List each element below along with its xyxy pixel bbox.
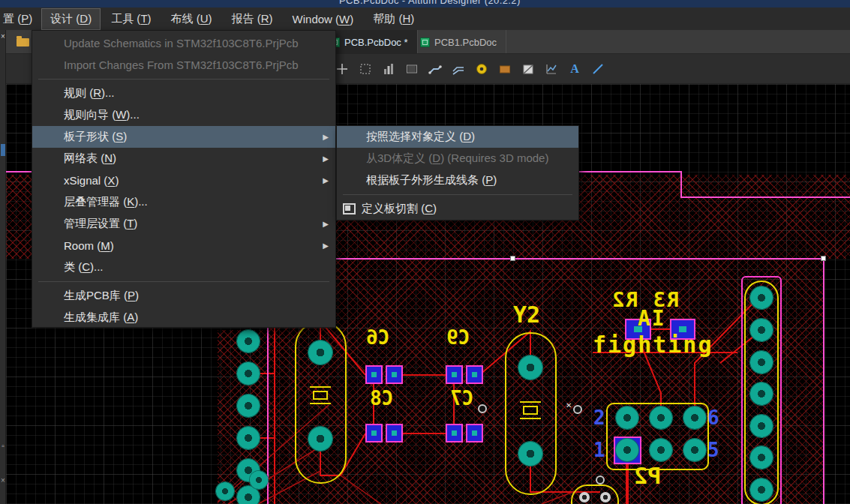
menu-item-rule-wizard[interactable]: 规则向导 (W)... (32, 104, 335, 126)
pad[interactable] (750, 319, 773, 341)
smd-pad[interactable] (446, 424, 463, 442)
pad[interactable] (650, 406, 672, 429)
pad[interactable] (237, 330, 260, 352)
panel-close2-icon[interactable]: × (0, 477, 6, 484)
silkscreen-designator[interactable]: C6 (366, 326, 389, 349)
pad[interactable] (216, 482, 234, 500)
pad[interactable] (750, 351, 773, 374)
silkscreen-designator[interactable]: C8 (370, 387, 393, 410)
pad[interactable] (750, 286, 773, 309)
pad[interactable] (308, 427, 332, 451)
pad[interactable] (616, 406, 638, 429)
smd-pad[interactable] (466, 365, 483, 384)
smd-pad[interactable] (466, 424, 483, 442)
pad[interactable] (518, 442, 542, 466)
menu-window[interactable]: Window (W) (284, 9, 363, 29)
design-menu-dropdown: Update Schematics in STM32f103C8T6.PrjPc… (32, 30, 336, 328)
pad[interactable] (237, 362, 260, 385)
place-line-icon[interactable] (589, 60, 607, 78)
pin-number: 1 (593, 439, 605, 461)
window-title: PCB.PcbDoc - Altium Designer (20.2.2) (339, 0, 521, 6)
place-string-icon[interactable]: A (566, 60, 584, 78)
board-shape-submenu: 按照选择对象定义 (D) 从3D体定义 (D) (Requires 3D mod… (336, 125, 579, 220)
via[interactable] (596, 476, 605, 484)
menu-item-make-pcb-library[interactable]: 生成PCB库 (P) (32, 285, 335, 307)
menu-item-rules[interactable]: 规则 (R)... (32, 82, 335, 104)
silkscreen-text[interactable]: fighting (593, 332, 713, 358)
edit-handle[interactable] (821, 256, 826, 261)
tab-label: PCB.PcbDoc * (344, 37, 408, 48)
tab-pcb1-pcbdoc[interactable]: PCB1.PcbDoc (411, 30, 506, 54)
pad[interactable] (750, 446, 773, 469)
menu-item-xsignal[interactable]: xSignal (X)▶ (32, 170, 335, 191)
pad[interactable] (683, 439, 706, 461)
pad[interactable] (600, 492, 611, 502)
panel-tab-icon[interactable] (1, 144, 5, 156)
menu-reports[interactable]: 报告 (R) (223, 8, 282, 30)
pin-number: 5 (707, 439, 719, 461)
via[interactable] (573, 405, 582, 414)
menu-item-make-integrated-library[interactable]: 生成集成库 (A) (32, 307, 335, 328)
pad[interactable] (237, 394, 260, 417)
tab-label: PCB1.PcbDoc (434, 37, 497, 48)
silkscreen-designator[interactable]: C9 (446, 326, 470, 349)
pad[interactable] (518, 356, 542, 380)
pour-boundary-line[interactable] (681, 196, 850, 198)
left-panel-strip: × ▫ × (0, 30, 6, 504)
menu-design[interactable]: 设计 (D) (41, 8, 101, 30)
differential-pair-routing-icon[interactable] (449, 60, 467, 78)
board-outline-top[interactable] (267, 258, 823, 260)
polygon-pour-cutout-icon[interactable] (519, 60, 537, 78)
submenu-item-create-primitives-from-board[interactable]: 根据板子外形生成线条 (P) (337, 170, 578, 191)
place-fill-icon[interactable] (496, 60, 514, 78)
menu-place[interactable]: 置 (P) (1, 8, 40, 30)
smd-pad[interactable] (386, 365, 403, 384)
place-via-icon[interactable] (473, 60, 491, 78)
silkscreen-designator[interactable]: C7 (450, 387, 473, 410)
menu-item-layer-stack-manager[interactable]: 层叠管理器 (K)... (32, 191, 335, 213)
component-outline[interactable] (571, 484, 619, 504)
menu-route[interactable]: 布线 (U) (162, 8, 221, 30)
silkscreen-designator[interactable]: Y2 (513, 302, 540, 328)
pad[interactable] (683, 406, 706, 429)
place-graph-icon[interactable] (542, 60, 560, 78)
board-outline-right[interactable] (823, 258, 824, 504)
submenu-item-define-board-cutout[interactable]: 定义板切割 (C) (337, 198, 578, 220)
smd-pad[interactable] (386, 424, 403, 442)
interactive-routing-icon[interactable] (426, 60, 444, 78)
menu-item-room[interactable]: Room (M)▶ (32, 235, 335, 256)
pad[interactable] (650, 439, 672, 461)
edit-handle[interactable] (510, 256, 515, 261)
menu-item-import-changes: Import Changes From STM32f103C8T6.PrjPcb (32, 54, 335, 76)
pad[interactable] (237, 427, 260, 449)
menu-bar: 置 (P) 设计 (D) 工具 (T) 布线 (U) 报告 (R) Window… (0, 8, 850, 30)
menu-tools[interactable]: 工具 (T) (102, 8, 160, 30)
place-plane-icon[interactable] (403, 60, 421, 78)
smd-pad[interactable] (365, 365, 383, 384)
pour-boundary-line[interactable] (680, 171, 682, 198)
via[interactable] (478, 404, 487, 413)
pin-number: 6 (707, 406, 719, 429)
menu-item-board-shape[interactable]: 板子形状 (S)▶ (32, 126, 335, 148)
submenu-item-define-from-selected[interactable]: 按照选择对象定义 (D) (337, 126, 578, 148)
pad[interactable] (579, 492, 590, 502)
menu-item-manage-layer-sets[interactable]: 管理层设置 (T)▶ (32, 213, 335, 235)
menu-help[interactable]: 帮助 (H) (364, 8, 423, 30)
panel-close-icon[interactable]: × (0, 33, 6, 40)
place-pad-icon[interactable] (380, 60, 398, 78)
pad[interactable] (750, 382, 773, 405)
title-bar: PCB.PcbDoc - Altium Designer (20.2.2) (0, 0, 850, 8)
panel-restore-icon[interactable]: ▫ (0, 442, 6, 450)
menu-item-netlist[interactable]: 网络表 (N)▶ (32, 148, 335, 170)
pad[interactable] (750, 478, 773, 501)
pad[interactable] (616, 439, 638, 461)
smd-pad[interactable] (446, 365, 463, 384)
pad[interactable] (250, 471, 268, 489)
select-region-icon[interactable] (356, 60, 374, 78)
pad[interactable] (750, 415, 773, 437)
pad[interactable] (308, 340, 332, 364)
menu-item-classes[interactable]: 类 (C)... (32, 256, 335, 278)
smd-pad[interactable] (365, 424, 383, 442)
silkscreen-text[interactable]: AI (638, 306, 666, 331)
origin-marker: ✕ (566, 402, 572, 410)
